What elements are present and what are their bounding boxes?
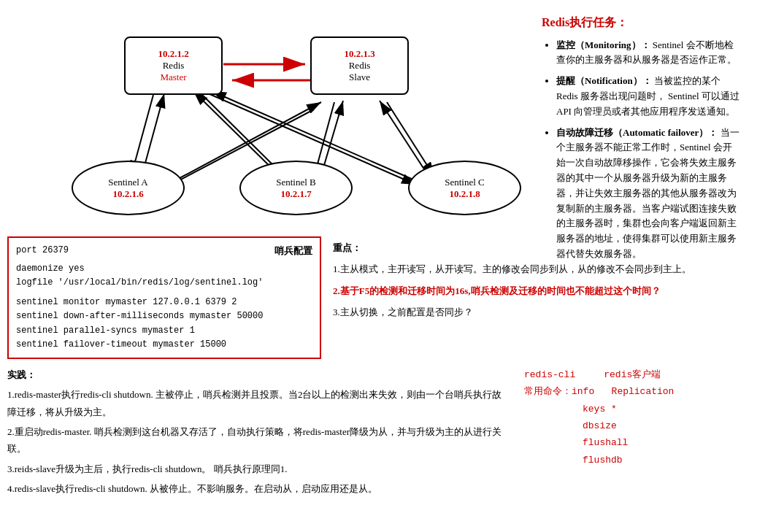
slave-ip: 10.2.1.3 bbox=[344, 48, 374, 60]
master-ip: 10.2.1.2 bbox=[158, 48, 188, 60]
svg-line-9 bbox=[193, 91, 277, 174]
key-point-2: 2.基于F5的检测和迁移时间为16s,哨兵检测及迁移的时间也不能超过这个时间？ bbox=[333, 282, 738, 299]
top-section: 10.2.1.2 Redis Master 10.2.1.3 Redis Sla… bbox=[7, 7, 750, 234]
right-panel-list: 监控（Monitoring）： Sentinel 会不断地检查你的主服务器和从服… bbox=[542, 38, 741, 262]
right-panel-title: Redis执行任务： bbox=[542, 13, 741, 32]
bottom-section: 实践： 1.redis-master执行redis-cli shutdown. … bbox=[7, 366, 750, 501]
sentinel-a-ip: 10.2.1.6 bbox=[112, 188, 143, 200]
cli-label: 常用命令：info Replication bbox=[524, 383, 750, 400]
key-point-1: 1.主从模式，主开读写，从开读写。主的修改会同步到从，从的修改不会同步到主上。 bbox=[333, 261, 738, 277]
middle-section: port 26379 哨兵配置 daemonize yes logfile '/… bbox=[7, 236, 750, 359]
slave-role: Slave bbox=[349, 72, 370, 83]
sentinel-config-box: port 26379 哨兵配置 daemonize yes logfile '/… bbox=[7, 236, 321, 359]
diagram-area: 10.2.1.2 Redis Master 10.2.1.3 Redis Sla… bbox=[7, 7, 533, 234]
slave-service: Redis bbox=[349, 60, 371, 72]
config-line-down: sentinel down-after-milliseconds mymaste… bbox=[16, 309, 312, 323]
cli-cmd-dbsize: dbsize bbox=[524, 417, 750, 434]
key-point-3: 3.主从切换，之前配置是否同步？ bbox=[333, 304, 738, 320]
master-role: Master bbox=[160, 72, 186, 83]
item1-label: 监控（Monitoring）： bbox=[556, 39, 650, 50]
config-line-daemon: daemonize yes bbox=[16, 262, 312, 276]
slave-node: 10.2.1.3 Redis Slave bbox=[310, 36, 409, 95]
practice-step-2: 2.重启动redis-master. 哨兵检测到这台机器又存活了，自动执行策略，… bbox=[7, 423, 511, 458]
sentinel-c-node: Sentinel C 10.2.1.8 bbox=[408, 161, 521, 215]
cli-header-2: redis客户端 bbox=[604, 369, 661, 380]
cli-header-1: redis-cli bbox=[524, 369, 575, 380]
sentinel-b-ip: 10.2.1.7 bbox=[280, 188, 311, 200]
sentinel-c-name: Sentinel C bbox=[445, 177, 485, 188]
practice-step-1: 1.redis-master执行redis-cli shutdown. 主被停止… bbox=[7, 386, 511, 420]
cli-header: redis-cli redis客户端 bbox=[524, 366, 750, 383]
right-panel-item-1: 监控（Monitoring）： Sentinel 会不断地检查你的主服务器和从服… bbox=[556, 38, 741, 69]
master-service: Redis bbox=[163, 60, 185, 72]
config-title: 哨兵配置 bbox=[274, 244, 312, 259]
sentinel-a-node: Sentinel A 10.2.1.6 bbox=[72, 161, 185, 215]
sentinel-b-name: Sentinel B bbox=[276, 177, 316, 188]
practice-step-3: 3.reids-slave升级为主后，执行redis-cli shutdown。… bbox=[7, 460, 511, 477]
cli-commands: redis-cli redis客户端 常用命令：info Replication… bbox=[518, 366, 750, 501]
cli-cmd-flushdb: flushdb bbox=[524, 452, 750, 469]
sentinel-c-ip: 10.2.1.8 bbox=[449, 188, 480, 200]
config-line-monitor: sentinel monitor mymaster 127.0.0.1 6379… bbox=[16, 296, 312, 309]
cli-label-text: 常用命令： bbox=[524, 386, 572, 397]
key-points-title: 重点： bbox=[333, 239, 738, 256]
config-line-logfile: logfile '/usr/local/bin/redis/log/sentin… bbox=[16, 276, 312, 290]
config-line-parallel: sentinel parallel-syncs mymaster 1 bbox=[16, 324, 312, 338]
practice-section: 实践： 1.redis-master执行redis-cli shutdown. … bbox=[7, 366, 518, 501]
config-line-failover: sentinel failover-timeout mymaster 15000 bbox=[16, 338, 312, 352]
key-point-2-highlight: 2.基于F5的检测和迁移时间为16s,哨兵检测及迁移的时间也不能超过这个时间？ bbox=[333, 285, 661, 296]
sentinel-b-node: Sentinel B 10.2.1.7 bbox=[239, 161, 353, 215]
config-port: port 26379 bbox=[16, 244, 69, 259]
practice-title: 实践： bbox=[7, 366, 511, 383]
practice-step-4: 4.redis-slave执行redis-cli shutdown. 从被停止。… bbox=[7, 480, 511, 497]
sentinel-a-name: Sentinel A bbox=[108, 177, 148, 188]
item3-label: 自动故障迁移（Automatic failover）： bbox=[556, 127, 718, 138]
svg-line-13 bbox=[380, 101, 427, 174]
cli-cmd-keys: keys * bbox=[524, 401, 750, 417]
item2-label: 提醒（Notification）： bbox=[556, 75, 652, 86]
cli-cmd-flushall: flushall bbox=[524, 434, 750, 451]
svg-line-14 bbox=[387, 102, 434, 177]
master-node: 10.2.1.2 Redis Master bbox=[124, 36, 223, 95]
right-panel-item-2: 提醒（Notification）： 当被监控的某个 Redis 服务器出现问题时… bbox=[556, 74, 741, 119]
page: 10.2.1.2 Redis Master 10.2.1.3 Redis Sla… bbox=[0, 0, 757, 532]
right-panel: Redis执行任务： 监控（Monitoring）： Sentinel 会不断地… bbox=[533, 7, 750, 234]
key-points: 重点： 1.主从模式，主开读写，从开读写。主的修改会同步到从，从的修改不会同步到… bbox=[321, 236, 750, 359]
